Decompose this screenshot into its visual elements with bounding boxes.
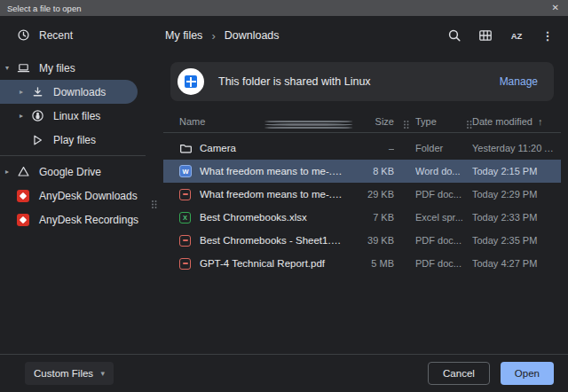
- breadcrumb: My files › Downloads: [165, 29, 446, 43]
- column-header-size[interactable]: Size: [350, 116, 394, 127]
- sidebar-item-google-drive[interactable]: ▸ Google Drive: [0, 160, 138, 184]
- file-row-gpt4-pdf[interactable]: GPT-4 Technical Report.pdf 5 MB PDF doc.…: [163, 252, 561, 275]
- file-list: Name Size Type Date modified ↑: [163, 110, 561, 275]
- google-drive-icon: [16, 165, 30, 179]
- clock-icon: [16, 28, 30, 43]
- sidebar: Recent ▾ My files ▸ Downloads: [0, 16, 156, 354]
- sidebar-item-linux-files[interactable]: ▸ Linux files: [0, 104, 138, 128]
- sidebar-resize-handle[interactable]: [152, 190, 154, 206]
- file-type-filter-dropdown[interactable]: Custom Files ▾: [25, 362, 114, 385]
- file-row-xlsx[interactable]: X Best Chromebooks.xlsx 7 KB Excel spr..…: [163, 206, 561, 229]
- sidebar-item-label: Recent: [39, 29, 73, 42]
- breadcrumb-my-files[interactable]: My files: [165, 29, 202, 42]
- main-panel: My files › Downloads: [156, 16, 568, 354]
- sidebar-item-my-files[interactable]: ▾ My files: [0, 56, 138, 80]
- file-row-docx-selected[interactable]: W What freedom means to me-.docx 8 KB Wo…: [163, 160, 561, 183]
- file-row-camera[interactable]: Camera – Folder Yesterday 11:20 AM: [163, 137, 561, 160]
- download-icon: [30, 85, 44, 99]
- dialog-titlebar: Select a file to open ✕: [0, 0, 568, 16]
- chevron-down-icon[interactable]: ▾: [0, 64, 14, 72]
- sidebar-item-downloads[interactable]: ▸ Downloads: [0, 80, 138, 104]
- sidebar-item-label: Google Drive: [39, 166, 101, 178]
- sidebar-item-label: Play files: [53, 134, 96, 146]
- linux-shared-folder-icon: [178, 68, 204, 95]
- sidebar-item-label: AnyDesk Recordings: [39, 214, 138, 226]
- banner-message: This folder is shared with Linux: [218, 75, 500, 88]
- folder-icon: [179, 142, 200, 155]
- column-header-date-modified[interactable]: Date modified ↑: [472, 116, 557, 127]
- sidebar-item-label: Linux files: [53, 110, 100, 122]
- file-row-sheet1-pdf[interactable]: Best Chromebooks - Sheet1.pdf 39 KB PDF …: [163, 229, 561, 252]
- main-header: My files › Downloads: [156, 16, 568, 55]
- sidebar-item-label: AnyDesk Downloads: [39, 190, 138, 202]
- file-picker-dialog: Select a file to open ✕ Recent ▾: [0, 0, 568, 392]
- sort-ascending-icon: ↑: [538, 116, 543, 127]
- excel-sheet-icon: X: [179, 212, 200, 223]
- anydesk-icon: [16, 189, 30, 203]
- sidebar-item-label: My files: [39, 62, 75, 74]
- pdf-doc-icon: [179, 235, 200, 247]
- manage-link[interactable]: Manage: [500, 75, 538, 88]
- dialog-footer: Custom Files ▾ Cancel Open: [0, 354, 568, 392]
- close-icon[interactable]: ✕: [552, 4, 559, 12]
- pdf-doc-icon: [179, 189, 200, 200]
- sidebar-item-label: Downloads: [53, 86, 106, 98]
- file-list-body: Camera – Folder Yesterday 11:20 AM W Wha…: [163, 133, 561, 275]
- play-icon: [30, 133, 44, 147]
- dialog-title: Select a file to open: [7, 4, 552, 13]
- word-doc-icon: W: [179, 165, 200, 177]
- column-header-name[interactable]: Name: [179, 116, 350, 127]
- search-icon[interactable]: [446, 27, 462, 43]
- grid-view-icon[interactable]: [477, 27, 493, 43]
- breadcrumb-downloads: Downloads: [225, 29, 280, 42]
- file-list-header: Name Size Type Date modified ↑: [163, 110, 561, 133]
- column-header-type[interactable]: Type: [415, 116, 463, 127]
- more-options-icon[interactable]: ⋮: [540, 27, 556, 43]
- penguin-icon: [30, 109, 44, 123]
- laptop-icon: [16, 61, 30, 75]
- column-resize-handle[interactable]: [404, 121, 406, 122]
- sidebar-item-anydesk-downloads[interactable]: AnyDesk Downloads: [0, 184, 138, 208]
- open-button[interactable]: Open: [501, 362, 554, 385]
- file-row-pdf[interactable]: What freedom means to me-.pdf 29 KB PDF …: [163, 183, 561, 206]
- chevron-right-icon: ›: [211, 29, 215, 43]
- column-resize-handle[interactable]: [467, 121, 469, 122]
- file-type-filter-value: Custom Files: [34, 368, 93, 379]
- column-resize-handle[interactable]: [264, 121, 350, 122]
- sidebar-item-recent[interactable]: Recent: [0, 23, 138, 47]
- cancel-button[interactable]: Cancel: [428, 362, 490, 385]
- sidebar-item-play-files[interactable]: Play files: [0, 128, 138, 152]
- sidebar-item-anydesk-recordings[interactable]: AnyDesk Recordings: [0, 208, 138, 231]
- chevron-right-icon[interactable]: ▸: [0, 168, 14, 176]
- anydesk-icon: [16, 213, 30, 227]
- sort-az-icon[interactable]: AZ: [509, 27, 525, 43]
- shared-folder-banner: This folder is shared with Linux Manage: [170, 62, 554, 101]
- chevron-right-icon[interactable]: ▸: [14, 112, 28, 120]
- sidebar-divider: [0, 155, 146, 156]
- chevron-right-icon[interactable]: ▸: [14, 88, 28, 96]
- pdf-doc-icon: [179, 258, 200, 270]
- chevron-down-icon: ▾: [100, 369, 105, 378]
